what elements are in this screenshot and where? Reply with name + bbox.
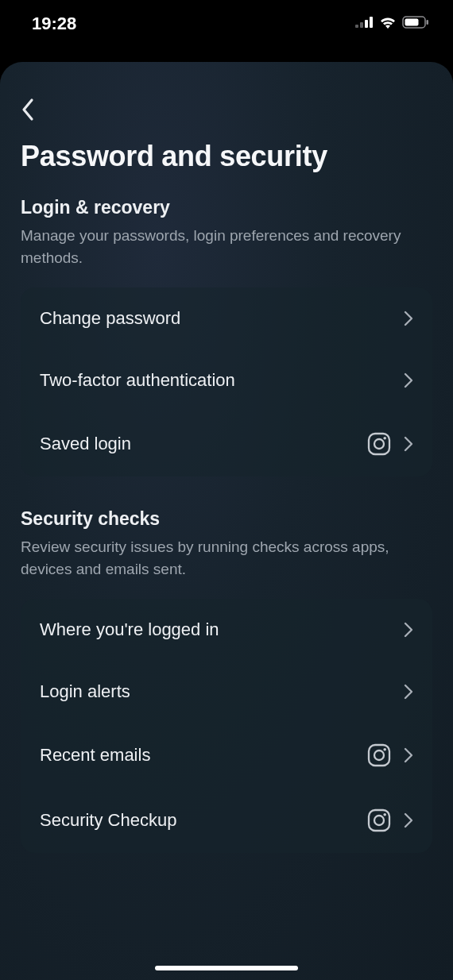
home-indicator[interactable] (155, 966, 298, 970)
wifi-icon (379, 16, 397, 32)
item-label: Security Checkup (40, 810, 176, 831)
login-list: Change password Two-factor authenticatio… (21, 287, 432, 476)
svg-rect-2 (365, 20, 368, 28)
saved-login-item[interactable]: Saved login (21, 411, 432, 476)
status-icons (355, 16, 429, 32)
battery-icon (402, 16, 429, 32)
chevron-right-icon (404, 622, 413, 638)
where-logged-in-item[interactable]: Where you're logged in (21, 599, 432, 661)
svg-rect-3 (370, 17, 373, 28)
section-security-title: Security checks (21, 508, 432, 530)
page-title: Password and security (21, 140, 432, 173)
svg-point-12 (383, 748, 386, 751)
status-time: 19:28 (32, 14, 76, 34)
svg-rect-7 (369, 434, 389, 454)
chevron-right-icon (404, 684, 413, 700)
chevron-right-icon (404, 436, 413, 452)
svg-point-14 (374, 816, 384, 825)
change-password-item[interactable]: Change password (21, 287, 432, 349)
cellular-icon (355, 17, 374, 31)
item-label: Two-factor authentication (40, 370, 235, 391)
chevron-right-icon (404, 747, 413, 763)
instagram-icon (367, 743, 391, 767)
svg-rect-10 (369, 745, 389, 766)
item-label: Change password (40, 308, 180, 329)
svg-rect-13 (369, 810, 389, 831)
section-login-desc: Manage your passwords, login preferences… (21, 225, 432, 268)
item-label: Login alerts (40, 681, 130, 702)
svg-point-11 (374, 750, 384, 760)
svg-rect-0 (355, 25, 358, 28)
svg-rect-5 (405, 19, 419, 26)
section-login-title: Login & recovery (21, 197, 432, 218)
security-list: Where you're logged in Login alerts Rece… (21, 599, 432, 853)
svg-point-9 (383, 437, 386, 440)
item-label: Where you're logged in (40, 619, 219, 640)
instagram-icon (367, 808, 391, 832)
svg-rect-1 (360, 22, 363, 28)
recent-emails-item[interactable]: Recent emails (21, 723, 432, 788)
item-label: Recent emails (40, 745, 150, 766)
svg-point-15 (383, 813, 386, 816)
svg-rect-6 (427, 20, 429, 25)
settings-sheet: Password and security Login & recovery M… (0, 62, 453, 980)
chevron-right-icon (404, 311, 413, 326)
svg-point-8 (374, 439, 384, 449)
back-button[interactable] (21, 94, 52, 125)
status-bar: 19:28 (0, 0, 453, 48)
security-checkup-item[interactable]: Security Checkup (21, 788, 432, 853)
chevron-right-icon (404, 812, 413, 828)
chevron-left-icon (21, 98, 34, 122)
chevron-right-icon (404, 372, 413, 388)
item-label: Saved login (40, 434, 131, 454)
instagram-icon (367, 432, 391, 456)
section-security-desc: Review security issues by running checks… (21, 536, 432, 580)
two-factor-item[interactable]: Two-factor authentication (21, 349, 432, 411)
login-alerts-item[interactable]: Login alerts (21, 661, 432, 723)
